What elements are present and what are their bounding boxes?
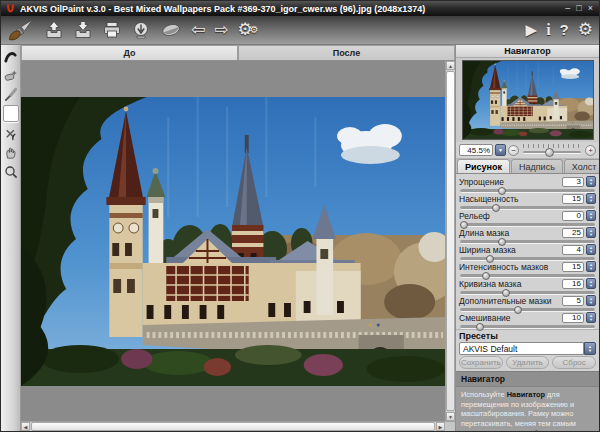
tab-nadpis[interactable]: Надпись: [511, 159, 563, 173]
delete-preset-button[interactable]: Удалить: [506, 356, 550, 369]
navigator-title: Навигатор: [456, 45, 599, 58]
about-button[interactable]: i: [546, 18, 550, 42]
save-image-button[interactable]: [73, 18, 93, 42]
param-value-field[interactable]: 25: [562, 228, 584, 238]
akvis-logo-icon: [5, 3, 16, 14]
spinner-down-icon: ▼: [589, 250, 593, 254]
history-brush-tool[interactable]: [3, 86, 19, 102]
image-viewport: До После ▲ ▼ ◀ ▶: [21, 45, 455, 431]
vertical-scrollbar[interactable]: ▲ ▼: [445, 61, 455, 421]
batch-processing-button[interactable]: ⚙⚙: [238, 18, 259, 42]
param-slider-thumb[interactable]: [486, 255, 494, 263]
eraser-tool[interactable]: [3, 67, 19, 83]
param-spinner[interactable]: ▲▼: [586, 193, 596, 204]
panel-tabs: РисунокНадписьХолст: [456, 159, 599, 174]
tab-after[interactable]: После: [238, 45, 455, 60]
app-window: AKVIS OilPaint v.3.0 - Best Mixed Wallpa…: [0, 0, 600, 432]
scroll-up-icon[interactable]: ▲: [446, 61, 455, 70]
param-slider-thumb[interactable]: [502, 289, 510, 297]
param-slider[interactable]: [460, 272, 595, 278]
param-slider[interactable]: [460, 255, 595, 261]
image-canvas[interactable]: [21, 61, 445, 421]
open-image-button[interactable]: [44, 18, 64, 42]
undo-button[interactable]: ⇦: [191, 18, 205, 42]
smudge-tool[interactable]: [3, 125, 19, 141]
tool-swatch[interactable]: [3, 105, 19, 122]
save-preset-button[interactable]: Сохранить: [459, 356, 503, 369]
param-value-field[interactable]: 15: [562, 194, 584, 204]
param-value-field[interactable]: 0: [562, 211, 584, 221]
preferences-button[interactable]: ⚙: [578, 18, 593, 42]
hand-tool[interactable]: [3, 144, 19, 160]
zoom-in-button[interactable]: +: [585, 145, 596, 156]
redo-button[interactable]: ⇨: [214, 18, 228, 42]
param-value-field[interactable]: 4: [562, 245, 584, 255]
reset-button[interactable]: Сброс: [552, 356, 596, 369]
param-spinner[interactable]: ▲▼: [586, 244, 596, 255]
minimize-button[interactable]: –: [565, 3, 570, 14]
param-slider[interactable]: [460, 306, 595, 312]
zoom-controls: 45.5% ▼ − +: [456, 142, 599, 159]
param-slider-thumb[interactable]: [460, 221, 468, 229]
smudge-button[interactable]: [160, 18, 182, 42]
tab-before[interactable]: До: [21, 45, 238, 60]
param-value-field[interactable]: 5: [562, 296, 584, 306]
tab-holst[interactable]: Холст: [564, 159, 600, 173]
param-spinner[interactable]: ▲▼: [586, 312, 596, 323]
preset-dropdown-button[interactable]: ▲ ▼: [584, 342, 596, 355]
navigator-thumbnail[interactable]: [462, 60, 594, 140]
scroll-left-icon[interactable]: ◀: [21, 422, 30, 431]
param-spinner[interactable]: ▲▼: [586, 278, 596, 289]
zoom-out-button[interactable]: −: [508, 145, 519, 156]
view-tabs: До После: [21, 45, 455, 61]
play-icon: ▶: [526, 19, 538, 41]
param-value-field[interactable]: 16: [562, 279, 584, 289]
param-spinner[interactable]: ▲▼: [586, 210, 596, 221]
preset-selected-value[interactable]: AKVIS Default: [459, 342, 584, 355]
param-slider[interactable]: [460, 238, 595, 244]
horizontal-scroll-thumb[interactable]: [31, 422, 435, 431]
stroke-direction-tool[interactable]: [3, 48, 19, 64]
side-panel: Навигатор 45.5% ▼ − + РисунокНадписьХолс…: [455, 45, 599, 431]
param-spinner[interactable]: ▲▼: [586, 227, 596, 238]
zoom-slider-thumb[interactable]: [545, 148, 554, 157]
param-slider[interactable]: [460, 221, 595, 227]
close-button[interactable]: ×: [588, 3, 593, 14]
zoom-tool[interactable]: [3, 163, 19, 179]
param-spinner[interactable]: ▲▼: [586, 295, 596, 306]
print-button[interactable]: [102, 18, 122, 42]
param-slider-thumb[interactable]: [514, 306, 522, 314]
param-slider[interactable]: [460, 289, 595, 295]
navigator: [456, 58, 599, 142]
zoom-value-field[interactable]: 45.5%: [459, 144, 493, 156]
vertical-scroll-thumb[interactable]: [446, 71, 455, 411]
zoom-dropdown-button[interactable]: ▼: [495, 144, 506, 156]
param-slider-thumb[interactable]: [498, 238, 506, 246]
param-label: Смешивание: [459, 313, 562, 323]
scroll-down-icon[interactable]: ▼: [446, 412, 455, 421]
preset-select[interactable]: AKVIS Default ▲ ▼: [459, 342, 596, 355]
param-value-field[interactable]: 3: [562, 177, 584, 187]
maximize-button[interactable]: □: [576, 3, 581, 14]
run-processing-button[interactable]: ▶: [526, 18, 538, 42]
param-value-field[interactable]: 15: [562, 262, 584, 272]
scroll-right-icon[interactable]: ▶: [436, 422, 445, 431]
spinner-down-icon: ▼: [589, 216, 593, 220]
horizontal-scrollbar[interactable]: ◀ ▶: [21, 422, 445, 431]
params-list: Упрощение3▲▼Насыщенность15▲▼Рельеф0▲▼Дли…: [456, 174, 599, 329]
param-slider[interactable]: [460, 187, 595, 193]
main-image: [21, 97, 445, 386]
help-button[interactable]: ?: [560, 18, 569, 42]
title-bar[interactable]: AKVIS OilPaint v.3.0 - Best Mixed Wallpa…: [1, 1, 599, 16]
param-label: Насыщенность: [459, 194, 562, 204]
zoom-slider[interactable]: [523, 144, 581, 157]
param-value-field[interactable]: 10: [562, 313, 584, 323]
upload-image-button[interactable]: [131, 18, 151, 42]
param-slider-thumb[interactable]: [482, 272, 490, 280]
param-slider-thumb[interactable]: [498, 187, 506, 195]
param-slider[interactable]: [460, 204, 595, 210]
param-spinner[interactable]: ▲▼: [586, 176, 596, 187]
param-slider[interactable]: [460, 323, 595, 329]
tab-risunok[interactable]: Рисунок: [457, 159, 510, 173]
param-spinner[interactable]: ▲▼: [586, 261, 596, 272]
